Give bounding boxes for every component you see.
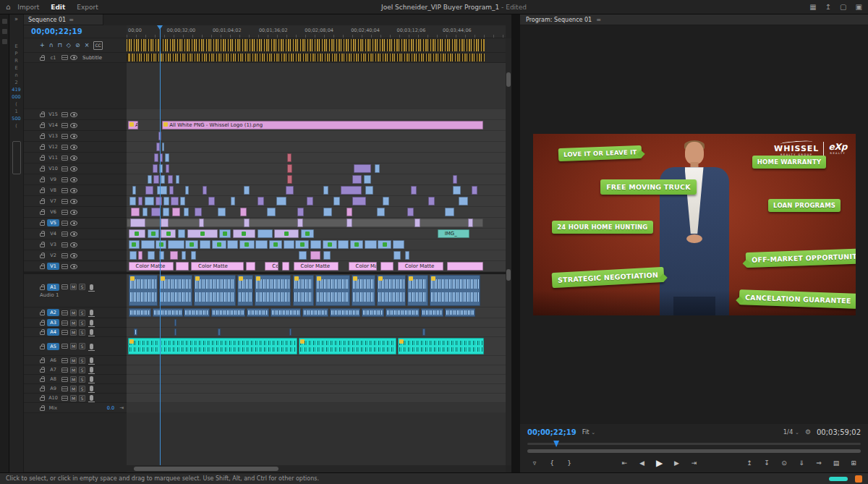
timeline-clip[interactable] [310,251,320,260]
lock-icon[interactable] [40,179,45,182]
track-lane[interactable] [127,218,506,229]
track-label[interactable]: V9 [47,176,59,183]
settings-button[interactable]: ▤ [829,457,843,469]
toggle-track-output-icon[interactable] [70,264,77,269]
timeline-clip[interactable] [393,251,400,260]
scrollbar-thumb[interactable] [506,72,511,87]
timeline-clip[interactable] [176,262,189,271]
track-label[interactable]: V7 [47,198,59,205]
source-patch-icon[interactable] [61,123,68,128]
timeline-clip[interactable] [166,164,169,173]
timeline-clip[interactable] [365,240,377,249]
timeline-clip[interactable]: All W [128,121,138,130]
collapsed-panel-label[interactable]: P [15,50,18,57]
audio-clip[interactable] [289,328,292,336]
track-label[interactable]: V14 [47,122,59,129]
fullscreen-icon[interactable]: ▢ [840,3,846,11]
lift-button[interactable]: ↥ [742,457,757,469]
mark-out-button[interactable]: } [562,457,576,469]
track-label[interactable]: A1 [47,284,59,291]
settings-icon[interactable]: × [85,42,90,49]
audio-clip[interactable] [407,275,428,306]
timeline-clip[interactable] [286,186,293,195]
timeline-clip[interactable] [156,143,160,151]
timeline-tab[interactable]: Sequence 01 ≡ [24,14,103,25]
lock-icon[interactable] [40,312,45,315]
timeline-clip[interactable] [240,208,246,216]
source-patch-icon[interactable] [61,242,68,247]
timeline-clip[interactable] [148,229,159,238]
track-label[interactable]: V10 [47,165,59,172]
timeline-clip[interactable] [352,197,366,205]
mark-in-button[interactable]: { [545,457,559,469]
timeline-clip[interactable] [219,229,231,238]
track-label[interactable]: V3 [47,241,59,248]
source-patch-icon[interactable] [61,368,68,373]
program-settings-icon[interactable]: ⚙ [805,428,811,436]
timeline-clip[interactable] [130,218,145,227]
lock-icon[interactable] [40,222,45,226]
toggle-track-output-icon[interactable] [70,242,77,247]
mute-button[interactable]: M [70,395,77,402]
timeline-clip[interactable] [170,251,177,260]
track-label[interactable]: A4 [47,328,59,336]
timeline-clip[interactable] [129,197,135,205]
audio-clip[interactable] [386,308,420,317]
source-patch-icon[interactable] [61,377,68,382]
timeline-clip[interactable] [346,208,352,216]
timeline-clip[interactable] [151,208,161,216]
timeline-clip[interactable] [154,153,158,162]
solo-button[interactable]: S [79,367,85,373]
track-label[interactable]: V13 [47,132,59,140]
track-label[interactable]: A8 [47,375,59,383]
lock-icon[interactable] [40,190,45,193]
toggle-track-output-icon[interactable] [70,156,77,161]
source-patch-icon[interactable] [61,199,68,204]
audio-clip[interactable] [398,338,483,354]
timeline-clip[interactable] [269,240,283,249]
audio-clip[interactable] [194,275,236,306]
solo-button[interactable]: S [79,284,85,290]
solo-button[interactable]: S [79,329,85,336]
add-marker-icon[interactable]: ◇ [67,42,71,49]
timeline-clip[interactable] [239,240,255,249]
timeline-clip[interactable] [287,175,292,184]
play-button[interactable]: ▶ [652,457,667,469]
timeline-clip[interactable] [156,197,162,205]
zoom-level-dropdown[interactable]: Fit ⌄ [582,428,596,436]
audio-clip[interactable] [362,308,384,317]
timeline-clip[interactable] [129,251,136,260]
timeline-clip[interactable] [393,240,404,249]
linked-selection-icon[interactable]: ⊓ [58,42,62,49]
track-label[interactable]: A2 [47,309,59,316]
timeline-clip[interactable] [171,197,179,205]
panel-icon[interactable] [2,19,7,24]
timeline-clip[interactable] [168,240,184,249]
audio-clip[interactable] [299,338,396,354]
audio-clip[interactable] [271,308,301,317]
mute-button[interactable]: M [70,343,77,349]
lock-icon[interactable] [40,124,45,128]
captions-badge[interactable]: CC [93,41,102,50]
collapsed-panel-label[interactable]: 500 [12,115,20,122]
razor-icon[interactable]: ⊘ [75,42,80,49]
mute-button[interactable]: M [70,386,77,392]
mix-level-value[interactable]: 0.0 [107,405,114,411]
audio-clip[interactable] [174,328,176,336]
lock-icon[interactable] [40,244,45,247]
collapsed-panel-label[interactable]: n [14,72,17,79]
timeline-clip[interactable] [148,175,152,184]
timeline-clip[interactable] [165,153,169,162]
collapsed-panel-label[interactable]: 2 [14,79,17,86]
track-label[interactable]: V6 [47,208,59,216]
timeline-clip[interactable] [231,197,235,205]
source-patch-icon[interactable] [61,264,68,269]
audio-clip[interactable] [421,308,443,317]
timeline-clip[interactable] [187,229,218,238]
source-patch-icon[interactable] [61,112,68,117]
caption-track-label[interactable]: c1 [47,54,59,61]
track-lane[interactable] [127,274,506,307]
track-lane[interactable] [127,153,506,164]
audio-clip[interactable] [174,319,176,326]
source-patch-icon[interactable] [61,221,68,226]
